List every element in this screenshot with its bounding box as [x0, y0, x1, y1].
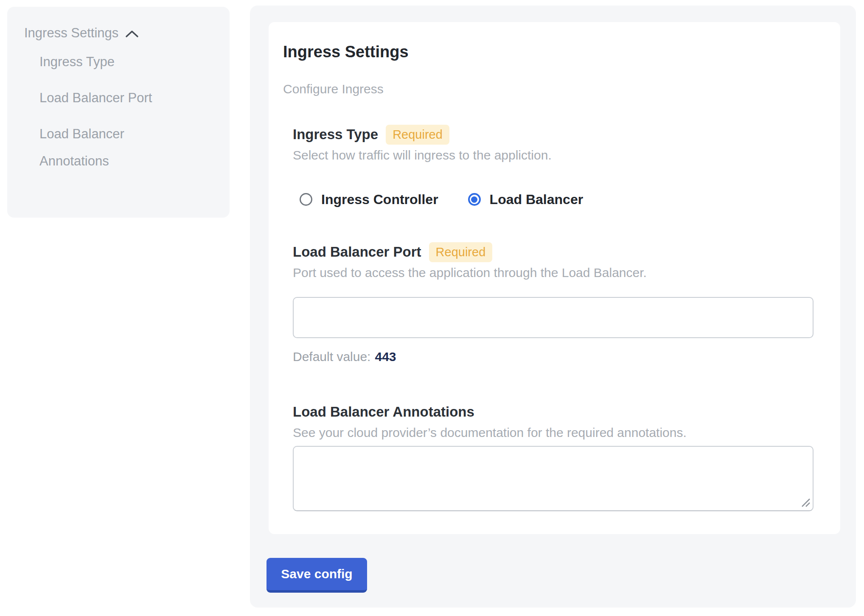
ingress-type-radio-group: Ingress Controller Load Balancer [300, 192, 814, 207]
page-subtitle: Configure Ingress [283, 80, 814, 98]
resize-handle-icon[interactable] [800, 497, 811, 508]
sidebar-item-load-balancer-port[interactable]: Load Balancer Port [39, 84, 180, 112]
sidebar-section-label: Ingress Settings [24, 25, 118, 41]
chevron-up-icon [125, 30, 139, 38]
section-load-balancer-annotations: Load Balancer Annotations See your cloud… [293, 403, 814, 511]
load-balancer-port-label: Load Balancer Port [293, 244, 421, 260]
default-value: 443 [375, 350, 396, 364]
settings-sidebar: Ingress Settings Ingress Type Load Balan… [7, 7, 230, 218]
required-badge: Required [429, 242, 493, 262]
section-load-balancer-port: Load Balancer Port Required Port used to… [293, 243, 814, 365]
save-config-button[interactable]: Save config [266, 558, 367, 593]
ingress-type-label: Ingress Type [293, 126, 378, 143]
load-balancer-port-description: Port used to access the application thro… [293, 264, 814, 282]
sidebar-item-load-balancer-annotations[interactable]: Load Balancer Annotations [39, 120, 180, 175]
radio-load-balancer[interactable] [468, 193, 481, 206]
default-value-line: Default value:443 [293, 349, 814, 365]
radio-option-load-balancer[interactable]: Load Balancer [468, 192, 583, 207]
sidebar-item-list: Ingress Type Load Balancer Port Load Bal… [24, 48, 217, 175]
load-balancer-annotations-textarea[interactable] [293, 446, 814, 511]
load-balancer-port-input[interactable] [293, 297, 814, 338]
default-value-label: Default value: [293, 350, 370, 364]
radio-label-load-balancer[interactable]: Load Balancer [490, 192, 583, 207]
page-title: Ingress Settings [283, 42, 814, 62]
main-panel: Ingress Settings Configure Ingress Ingre… [250, 6, 856, 608]
load-balancer-annotations-label: Load Balancer Annotations [293, 404, 474, 420]
ingress-type-description: Select how traffic will ingress to the a… [293, 146, 814, 164]
required-badge: Required [386, 125, 449, 145]
radio-ingress-controller[interactable] [300, 193, 312, 206]
sidebar-section-ingress-settings[interactable]: Ingress Settings [24, 25, 217, 41]
sidebar-item-ingress-type[interactable]: Ingress Type [39, 48, 180, 76]
radio-option-ingress-controller[interactable]: Ingress Controller [300, 192, 438, 207]
section-ingress-type: Ingress Type Required Select how traffic… [293, 125, 814, 207]
ingress-settings-card: Ingress Settings Configure Ingress Ingre… [269, 22, 840, 534]
radio-label-ingress-controller[interactable]: Ingress Controller [321, 192, 438, 207]
load-balancer-annotations-description: See your cloud provider’s documentation … [293, 424, 814, 442]
